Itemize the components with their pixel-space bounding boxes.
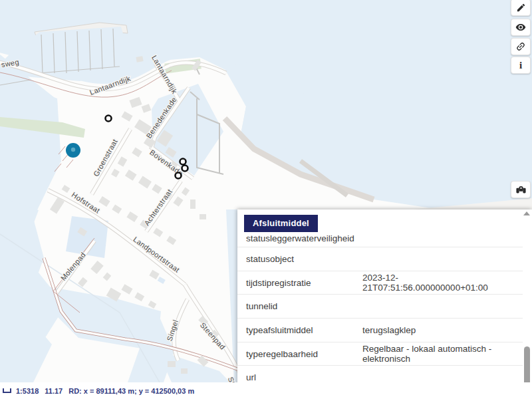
attribute-row: typeafsluitmiddel terugslagklep (237, 319, 523, 342)
feature-marker[interactable] (182, 166, 188, 172)
binoculars-pin-icon (515, 185, 527, 195)
info-button[interactable]: i (511, 57, 531, 74)
share-link-button[interactable] (511, 38, 531, 55)
zoom-level: 11.17 (45, 387, 63, 395)
link-icon (515, 41, 526, 52)
scalebar-icon (3, 388, 11, 393)
mouse-coordinates: RD: x = 89111,43 m; y = 412500,03 m (68, 387, 194, 395)
eye-icon (515, 22, 526, 33)
attribute-value: terugslagklep (362, 325, 523, 335)
attribute-label: tunnelid (246, 301, 362, 311)
attribute-row: tijdstipregistratie 2023-12-21T07:51:56.… (237, 271, 523, 295)
feature-info-panel: Afsluitmiddel statusleggerwaterveilighei… (237, 209, 532, 399)
attribute-label: tijdstipregistratie (246, 278, 362, 288)
info-icon: i (519, 61, 522, 70)
attribute-label: typeregelbaarheid (246, 349, 362, 359)
attribute-label: typeafsluitmiddel (246, 325, 362, 335)
feature-marker[interactable] (106, 116, 112, 122)
streetview-button[interactable] (511, 181, 531, 198)
feature-marker[interactable] (176, 173, 182, 179)
attribute-row: typeregelbaarheid Regelbaar - lokaal aut… (237, 342, 523, 366)
attribute-value: 2023-12-21T07:51:56.000000000+01:00 (362, 273, 523, 293)
attribute-label: statusleggerwaterveiligheid (246, 233, 362, 243)
pencil-icon (516, 3, 526, 13)
attribute-row: tunnelid (237, 295, 523, 319)
attribute-row: statusobject (237, 247, 523, 271)
draw-measure-button[interactable] (511, 0, 531, 16)
app-window: sweg Lantaarndijk Lantaarndijk Benedenka… (0, 0, 532, 399)
attribute-table: statusleggerwaterveiligheid statusobject… (237, 229, 523, 390)
attribute-value: Regelbaar - lokaal automatisch - elektro… (362, 344, 523, 364)
visibility-button[interactable] (511, 19, 531, 36)
attribute-label: url (246, 372, 362, 382)
scroll-up-arrow[interactable] (523, 211, 530, 215)
attribute-row: statusleggerwaterveiligheid (237, 229, 523, 247)
map-scale: 1:5318 (16, 387, 39, 395)
attribute-label: statusobject (246, 254, 362, 264)
selected-feature-marker[interactable] (66, 143, 80, 158)
feature-marker[interactable] (180, 159, 186, 165)
status-bar: 1:5318 11.17 RD: x = 89111,43 m; y = 412… (0, 382, 532, 399)
